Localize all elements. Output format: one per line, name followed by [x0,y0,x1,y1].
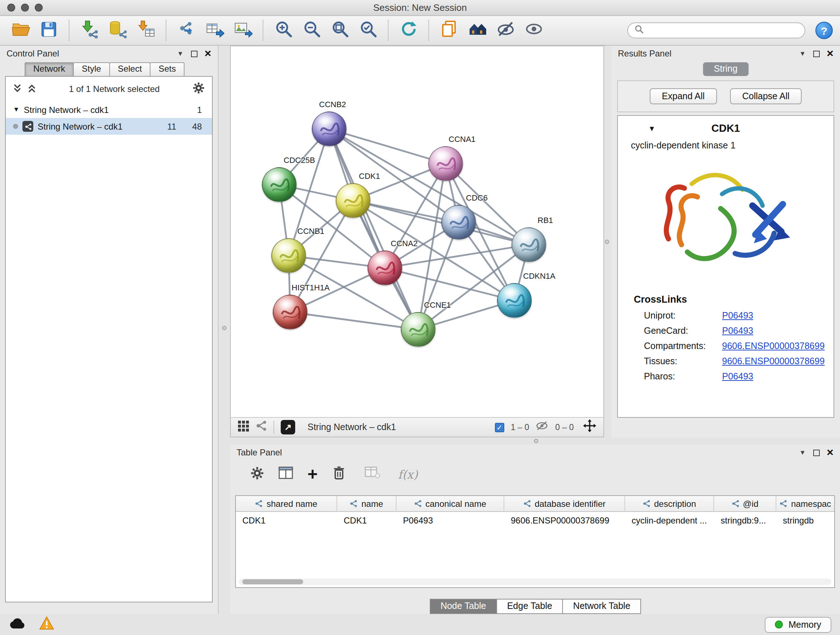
function-builder-label[interactable]: f(x) [398,467,418,481]
tab-node-table[interactable]: Node Table [430,599,497,614]
zoom-in-button[interactable] [270,18,297,43]
houses-button[interactable] [464,18,491,43]
search-input[interactable] [647,25,798,35]
table-gear-icon[interactable] [250,466,264,483]
refresh-button[interactable] [395,18,422,43]
network-node-CDC6[interactable] [441,205,476,240]
zoom-out-icon [302,19,321,41]
share-network-icon[interactable] [256,420,267,434]
protein-card-collapse-icon[interactable]: ▼ [648,125,655,133]
column-header[interactable]: name [337,496,396,512]
import-network-file-button[interactable] [76,18,103,43]
network-node-CCNB2[interactable] [312,111,347,146]
splitter-handle-bottom[interactable] [534,439,538,443]
table-panel-float-icon[interactable] [813,449,819,456]
column-header[interactable]: database identifier [504,496,625,512]
tab-style[interactable]: Style [73,62,110,76]
node-table: shared name name canonical name database… [235,495,835,588]
tab-edge-table[interactable]: Edge Table [496,599,563,614]
column-header[interactable]: namespac [776,496,834,512]
results-panel-close-icon[interactable]: × [827,48,834,59]
network-canvas[interactable]: CCNB2CCNA1CDC25BCDK1CDC6RB1CCNB1CCNA2CDK… [231,46,603,417]
zoom-selected-button[interactable] [355,18,381,43]
table-row[interactable]: CDK1 CDK1 P06493 9606.ENSP00000378699 cy… [236,512,834,529]
network-node-CCNB1[interactable] [271,238,306,273]
column-header[interactable]: canonical name [396,496,504,512]
expand-all-button[interactable]: Expand All [650,88,717,104]
selected-checkbox-icon[interactable]: ✓ [495,423,504,432]
birdseye-grid-icon[interactable] [238,420,249,434]
column-header[interactable]: description [625,496,714,512]
export-network-button[interactable] [173,18,200,43]
results-panel-collapse-icon[interactable]: ▼ [799,50,806,57]
tree-expand-icon[interactable]: ▼ [13,106,19,113]
column-header[interactable]: @id [714,496,776,512]
warning-icon[interactable] [39,616,54,633]
tab-network[interactable]: Network [25,62,74,76]
network-node-CDK1[interactable] [336,183,370,218]
scrollbar-thumb[interactable] [242,579,303,584]
open-external-icon[interactable]: ↗ [281,420,295,434]
column-header[interactable]: shared name [236,496,337,512]
results-panel-float-icon[interactable] [813,50,819,57]
network-node-label-CDKN1A: CDKN1A [523,272,555,280]
collapse-all-button[interactable]: Collapse All [730,88,802,104]
table-panel-close-icon[interactable]: × [827,447,834,458]
open-session-button[interactable] [7,18,34,43]
crosslink-pharos-link[interactable]: P06493 [722,371,753,381]
copy-document-button[interactable] [436,18,462,43]
crosslink-uniprot-link[interactable]: P06493 [722,310,753,320]
network-node-RB1[interactable] [512,227,546,262]
delete-column-icon[interactable] [332,466,346,483]
network-node-CCNE1[interactable] [401,312,436,347]
move-crosshair-icon[interactable] [583,419,596,435]
select-columns-icon[interactable] [279,466,293,482]
network-node-HIST1H1A[interactable] [273,295,308,329]
splitter-handle-left[interactable] [222,326,226,330]
export-table-button[interactable] [201,18,228,43]
crosslink-compartments-link[interactable]: 9606.ENSP00000378699 [722,340,825,351]
table-panel-collapse-icon[interactable]: ▼ [799,449,806,456]
import-table-icon [136,19,155,41]
network-collection-row[interactable]: ▼ String Network – cdk1 1 [6,101,212,118]
hide-eye-button[interactable] [492,18,519,43]
network-node-CCNA1[interactable] [428,146,463,181]
horizontal-scrollbar[interactable] [239,578,831,585]
memory-button[interactable]: Memory [765,616,831,632]
import-network-database-button[interactable] [104,18,131,43]
save-session-button[interactable] [35,18,62,43]
tab-select[interactable]: Select [109,62,150,76]
results-tab-string[interactable]: String [703,62,748,76]
splitter-handle-right[interactable] [605,240,609,244]
control-panel-float-icon[interactable] [191,50,197,57]
network-node-CDC25B[interactable] [262,167,297,202]
export-image-button[interactable] [229,18,256,43]
network-row-selected[interactable]: String Network – cdk1 11 48 [6,118,212,135]
zoom-fit-button[interactable] [326,18,353,43]
show-eye-icon [524,19,543,41]
add-column-icon[interactable]: + [308,466,317,483]
crosslink-tissues-link[interactable]: 9606.ENSP00000378699 [722,356,825,366]
control-panel-collapse-icon[interactable]: ▼ [177,50,183,57]
crosslink-label: Compartments: [644,340,722,351]
help-button[interactable]: ? [815,22,833,39]
cloud-icon[interactable] [9,617,26,632]
network-node-CDKN1A[interactable] [497,283,532,318]
crosslink-genecard-link[interactable]: P06493 [722,325,753,336]
zoom-out-button[interactable] [298,18,325,43]
show-eye-button[interactable] [520,18,547,43]
collapse-all-icon[interactable] [13,83,22,95]
network-node-label-RB1: RB1 [538,216,553,225]
toolbar-search[interactable] [627,22,805,38]
gear-icon[interactable] [193,82,205,96]
expand-all-icon[interactable] [27,83,36,95]
hidden-eye-icon[interactable] [536,421,549,434]
protein-card: ▼ CDK1 cyclin-dependent kinase 1 [617,115,834,418]
network-node-CCNA2[interactable] [368,250,402,285]
save-session-icon [40,20,58,41]
tab-network-table[interactable]: Network Table [562,599,641,614]
control-panel-close-icon[interactable]: × [204,48,211,59]
export-table-icon [205,19,224,41]
tab-sets[interactable]: Sets [150,62,185,76]
import-table-button[interactable] [133,18,159,43]
